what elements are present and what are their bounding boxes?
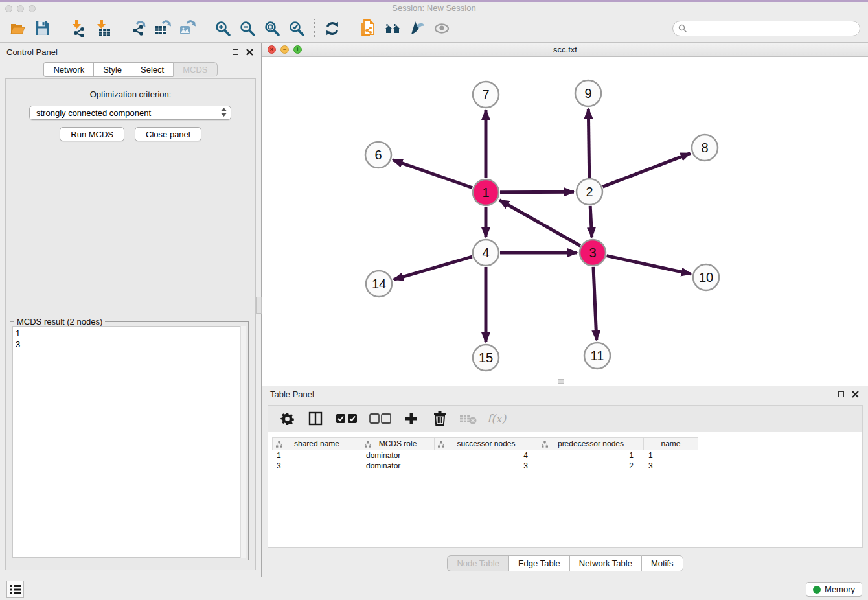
- node-label: 15: [479, 351, 493, 365]
- window-controls: [5, 5, 36, 12]
- network-window-titlebar: × − + scc.txt: [262, 43, 868, 57]
- column-header-shared-name[interactable]: shared name: [272, 437, 361, 450]
- graph-edge-1-2[interactable]: [500, 192, 574, 192]
- tab-mcds[interactable]: MCDS: [173, 62, 217, 77]
- close-table-panel-button[interactable]: [850, 389, 860, 399]
- search-field[interactable]: [672, 21, 860, 36]
- graph-edge-3-1[interactable]: [499, 200, 580, 246]
- close-panel-button-inline[interactable]: Close panel: [135, 127, 201, 141]
- open-session-icon[interactable]: [5, 17, 30, 40]
- graph-node-4[interactable]: 4: [473, 240, 499, 266]
- column-type-icon: [542, 441, 548, 450]
- tab-network[interactable]: Network: [43, 62, 93, 77]
- close-icon: [852, 391, 859, 398]
- copy-network-icon[interactable]: [356, 17, 380, 40]
- tab-network-table[interactable]: Network Table: [569, 555, 641, 571]
- graph-node-14[interactable]: 14: [366, 271, 392, 297]
- zoom-out-icon[interactable]: [235, 17, 260, 40]
- export-table-icon[interactable]: [150, 17, 175, 40]
- memory-status-icon: [813, 586, 821, 594]
- graph-node-9[interactable]: 9: [575, 80, 601, 106]
- memory-button[interactable]: Memory: [806, 582, 862, 597]
- graph-node-3[interactable]: 3: [580, 240, 606, 266]
- select-all-columns-icon[interactable]: [334, 409, 359, 428]
- gear-icon[interactable]: [277, 409, 297, 428]
- application-window: Session: New Session: [0, 0, 868, 600]
- minimize-window-button[interactable]: [17, 5, 24, 12]
- optimization-criterion-select[interactable]: strongly connected component: [29, 106, 231, 120]
- control-panel: Control Panel Network Style Select MCDS …: [0, 43, 262, 577]
- close-icon: [246, 49, 253, 56]
- mcds-result-group: MCDS result (2 nodes) 13: [10, 321, 249, 560]
- zoom-in-icon[interactable]: [211, 17, 235, 40]
- window-titlebar: Session: New Session: [0, 0, 868, 14]
- float-icon: [233, 49, 238, 55]
- tab-select[interactable]: Select: [131, 62, 173, 77]
- graph-edge-3-10[interactable]: [606, 256, 691, 274]
- export-image-icon[interactable]: [175, 17, 200, 40]
- graph-node-10[interactable]: 10: [693, 264, 719, 290]
- graph-edge-2-8[interactable]: [603, 154, 691, 187]
- minimize-network-button[interactable]: −: [280, 45, 289, 54]
- table-row[interactable]: 1dominator411: [272, 450, 858, 461]
- home-icon[interactable]: [380, 17, 405, 40]
- graph-node-2[interactable]: 2: [577, 179, 602, 205]
- float-table-panel-button[interactable]: [836, 389, 846, 399]
- graph-node-8[interactable]: 8: [692, 135, 718, 161]
- panel-splitter-handle[interactable]: [256, 297, 262, 314]
- tab-node-table[interactable]: Node Table: [447, 555, 508, 571]
- graph-edge-4-14[interactable]: [394, 257, 472, 279]
- column-header-successor-nodes[interactable]: successor nodes: [435, 437, 538, 450]
- show-hide-icon[interactable]: [429, 17, 454, 40]
- delete-column-icon[interactable]: [430, 409, 450, 428]
- toolbar-separator: [314, 19, 315, 38]
- table-cell: 4: [435, 451, 538, 460]
- node-label: 1: [482, 185, 489, 200]
- zoom-window-button[interactable]: [29, 5, 36, 12]
- graph-edge-2-9[interactable]: [588, 109, 589, 178]
- refresh-layout-icon[interactable]: [320, 17, 345, 40]
- mcds-result-list[interactable]: 13: [12, 326, 246, 558]
- deselect-all-columns-icon[interactable]: [368, 409, 393, 428]
- network-canvas[interactable]: 7968124314101511: [262, 57, 868, 386]
- table-cell: dominator: [361, 451, 435, 460]
- graph-node-6[interactable]: 6: [365, 142, 391, 168]
- result-scrollbar[interactable]: [240, 326, 246, 558]
- close-network-button[interactable]: ×: [268, 45, 276, 54]
- export-network-icon[interactable]: [126, 17, 150, 40]
- save-session-icon[interactable]: [30, 17, 54, 40]
- task-history-button[interactable]: [6, 581, 24, 598]
- graph-edge-3-11[interactable]: [593, 267, 597, 340]
- zoom-selected-icon[interactable]: [284, 17, 309, 40]
- tab-motifs[interactable]: Motifs: [641, 555, 683, 571]
- table-tabs: Node Table Edge Table Network Table Moti…: [262, 555, 868, 571]
- apply-style-icon[interactable]: [405, 17, 429, 40]
- columns-icon[interactable]: [306, 409, 325, 428]
- maximize-network-button[interactable]: +: [293, 45, 302, 54]
- network-splitter-handle[interactable]: [558, 379, 564, 384]
- run-mcds-button[interactable]: Run MCDS: [60, 127, 124, 141]
- column-header-label: MCDS role: [379, 439, 417, 448]
- add-column-icon[interactable]: [402, 409, 421, 428]
- column-type-icon: [276, 441, 282, 450]
- zoom-fit-icon[interactable]: [260, 17, 284, 40]
- import-table-icon[interactable]: [90, 17, 115, 40]
- close-window-button[interactable]: [5, 5, 12, 12]
- table-row[interactable]: 3dominator323: [272, 461, 858, 471]
- column-header-predecessor-nodes[interactable]: predecessor nodes: [538, 437, 644, 450]
- graph-node-7[interactable]: 7: [473, 82, 499, 108]
- tab-style[interactable]: Style: [93, 62, 131, 77]
- import-network-icon[interactable]: [65, 17, 90, 40]
- tab-edge-table[interactable]: Edge Table: [508, 555, 569, 571]
- float-panel-button[interactable]: [230, 47, 240, 57]
- graph-node-1[interactable]: 1: [473, 179, 499, 205]
- graph-node-11[interactable]: 11: [584, 343, 610, 369]
- close-panel-button[interactable]: [244, 47, 255, 57]
- graph-edge-1-6[interactable]: [393, 160, 473, 188]
- graph-node-15[interactable]: 15: [473, 345, 499, 371]
- graph-edge-2-3[interactable]: [590, 206, 592, 237]
- search-input[interactable]: [690, 24, 860, 33]
- column-type-icon: [365, 441, 371, 450]
- column-header-name[interactable]: name: [644, 437, 698, 450]
- column-header-MCDS-role[interactable]: MCDS role: [361, 437, 435, 450]
